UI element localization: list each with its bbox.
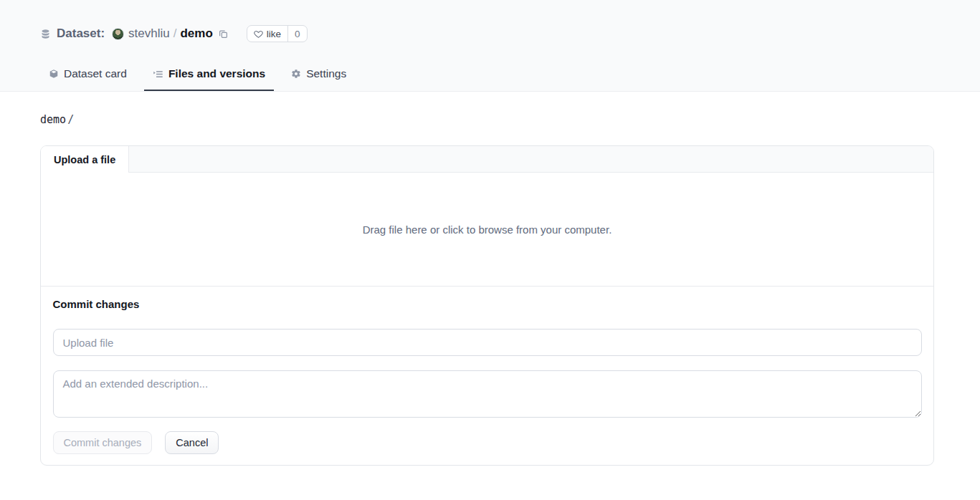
- dropzone-instruction: Drag file here or click to browse from y…: [363, 223, 612, 236]
- commit-button-row: Commit changes Cancel: [53, 431, 922, 454]
- commit-heading: Commit changes: [53, 298, 922, 310]
- commit-message-input[interactable]: [53, 329, 922, 356]
- commit-section: Commit changes Commit changes Cancel: [41, 286, 933, 465]
- cube-icon: [49, 69, 59, 79]
- title-separator: /: [173, 27, 177, 41]
- tab-dataset-card[interactable]: Dataset card: [40, 62, 135, 91]
- tab-settings[interactable]: Settings: [282, 62, 355, 91]
- upload-a-file-tab[interactable]: Upload a file: [41, 146, 129, 173]
- tab-label: Dataset card: [64, 67, 127, 80]
- like-button[interactable]: like: [247, 26, 287, 42]
- main-content: demo/ Upload a file Drag file here or cl…: [0, 113, 980, 466]
- repo-name-link[interactable]: demo: [180, 27, 212, 41]
- files-list-icon: [153, 69, 163, 80]
- tabstrip-filler: [129, 146, 933, 172]
- like-label: like: [267, 29, 281, 39]
- tab-label: Settings: [306, 67, 346, 80]
- gear-icon: [291, 69, 301, 79]
- like-count[interactable]: 0: [287, 26, 307, 42]
- page-header: Dataset: stevhliu / demo like 0: [0, 0, 980, 92]
- repo-tab-nav: Dataset card Files and versions Settings: [0, 62, 980, 91]
- tab-label: Files and versions: [168, 67, 265, 80]
- commit-description-textarea[interactable]: [53, 370, 922, 418]
- breadcrumb-repo-link[interactable]: demo: [40, 113, 66, 126]
- dataset-database-icon: [40, 29, 51, 39]
- cancel-button[interactable]: Cancel: [165, 431, 219, 454]
- tab-files-and-versions[interactable]: Files and versions: [144, 62, 274, 91]
- upload-card-tabstrip: Upload a file: [41, 146, 933, 173]
- like-widget[interactable]: like 0: [247, 25, 308, 42]
- owner-avatar[interactable]: [112, 28, 124, 40]
- copy-repo-name-icon[interactable]: [219, 29, 228, 39]
- heart-icon: [254, 29, 263, 39]
- repo-type-label: Dataset:: [57, 27, 105, 41]
- breadcrumb: demo/: [40, 113, 934, 126]
- commit-changes-button[interactable]: Commit changes: [53, 431, 153, 454]
- upload-card: Upload a file Drag file here or click to…: [40, 145, 934, 466]
- breadcrumb-separator: /: [67, 113, 74, 126]
- owner-link[interactable]: stevhliu: [128, 27, 170, 41]
- repo-title: Dataset: stevhliu / demo like 0: [40, 25, 308, 42]
- repo-header-row: Dataset: stevhliu / demo like 0: [0, 23, 980, 44]
- file-dropzone[interactable]: Drag file here or click to browse from y…: [41, 173, 933, 286]
